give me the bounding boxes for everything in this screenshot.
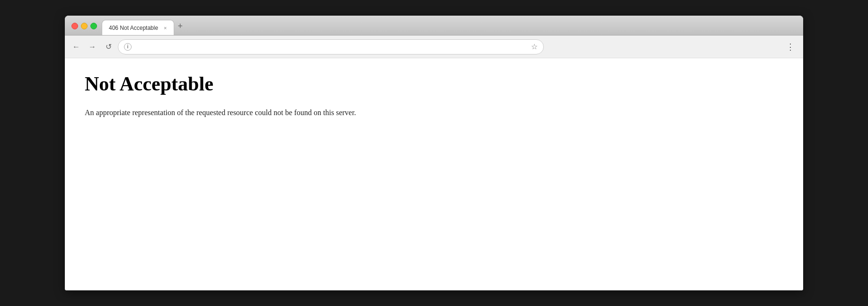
traffic-lights [69, 23, 97, 35]
close-button[interactable] [71, 23, 78, 29]
tab-label: 406 Not Acceptable [109, 25, 158, 31]
back-button[interactable]: ← [70, 40, 83, 54]
url-bar[interactable]: i ☆ [118, 39, 544, 54]
minimize-button[interactable] [81, 23, 88, 29]
site-info-icon[interactable]: i [124, 43, 132, 51]
tab-bar: 406 Not Acceptable × + [102, 20, 799, 35]
reload-button[interactable]: ↺ [102, 40, 115, 54]
title-bar: 406 Not Acceptable × + [65, 16, 803, 36]
page-content: Not Acceptable An appropriate representa… [65, 58, 803, 290]
maximize-button[interactable] [90, 23, 97, 29]
browser-window: 406 Not Acceptable × + ← → ↺ i ☆ ⋮ Not A… [65, 16, 803, 290]
error-heading: Not Acceptable [85, 72, 783, 95]
error-description: An appropriate representation of the req… [85, 107, 783, 119]
new-tab-button[interactable]: + [174, 21, 187, 35]
active-tab[interactable]: 406 Not Acceptable × [102, 20, 174, 35]
tab-close-button[interactable]: × [164, 25, 167, 31]
forward-button[interactable]: → [86, 40, 99, 54]
address-bar: ← → ↺ i ☆ ⋮ [65, 36, 803, 58]
bookmark-icon[interactable]: ☆ [531, 42, 538, 51]
more-menu-button[interactable]: ⋮ [782, 40, 798, 54]
